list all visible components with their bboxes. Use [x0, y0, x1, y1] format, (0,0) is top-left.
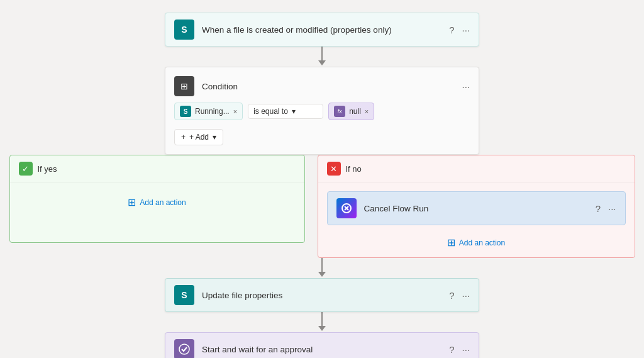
- branch-yes-title: If yes: [38, 164, 57, 174]
- arrow-line-2: [321, 258, 323, 272]
- update-file-more-icon[interactable]: ···: [462, 290, 470, 301]
- trigger-step: S When a file is created or modified (pr…: [165, 13, 479, 47]
- branches-container: ✓ If yes ⊞ Add an action ✕ If no: [0, 155, 644, 258]
- arrow-head-3: [318, 326, 326, 331]
- null-label: null: [349, 107, 361, 116]
- condition-icon: ⊞: [174, 76, 194, 96]
- branch-no-body: Cancel Flow Run ? ··· ⊞ Add an action: [318, 182, 635, 257]
- yes-add-action-link[interactable]: ⊞ Add an action: [128, 196, 186, 208]
- add-button[interactable]: + + Add ▾: [174, 129, 223, 145]
- condition-row: S Running... × is equal to ▾ fx null ×: [174, 103, 374, 120]
- condition-null-pill[interactable]: fx null ×: [328, 103, 374, 120]
- arrow-1: [318, 47, 326, 67]
- branch-yes-badge: ✓: [19, 162, 33, 176]
- approval-help-icon[interactable]: ?: [449, 344, 454, 355]
- arrow-2: [318, 258, 326, 278]
- trigger-actions: ? ···: [449, 25, 470, 35]
- cancel-flow-run-block[interactable]: Cancel Flow Run ? ···: [327, 191, 626, 225]
- arrow-line-1: [321, 47, 323, 60]
- branch-yes-header: ✓ If yes: [10, 155, 304, 182]
- branch-no-badge: ✕: [327, 162, 341, 176]
- pill-sharepoint-icon: S: [180, 106, 191, 117]
- branch-yes-body: ⊞ Add an action: [10, 182, 304, 217]
- sharepoint-icon: S: [174, 20, 194, 40]
- pill-label: Running...: [195, 107, 230, 116]
- approval-step: Start and wait for an approval ? ···: [165, 332, 479, 358]
- arrow-head-1: [318, 60, 326, 65]
- plus-icon: +: [181, 133, 186, 142]
- approval-more-icon[interactable]: ···: [462, 344, 470, 355]
- approval-icon: [174, 339, 194, 358]
- update-file-label: Update file properties: [202, 291, 449, 300]
- approval-actions: ? ···: [449, 344, 470, 355]
- condition-step: ⊞ Condition ··· S Running... × is equal …: [165, 67, 479, 155]
- fx-icon: fx: [334, 106, 345, 117]
- cancel-flow-label: Cancel Flow Run: [364, 204, 596, 213]
- branch-no-header: ✕ If no: [318, 155, 635, 182]
- condition-actions: ···: [462, 81, 470, 92]
- condition-header: ⊞ Condition ···: [174, 76, 470, 96]
- svg-point-5: [179, 344, 189, 354]
- approval-label: Start and wait for an approval: [202, 345, 449, 354]
- condition-more-icon[interactable]: ···: [462, 81, 470, 92]
- chevron-down-icon: ▾: [292, 107, 296, 116]
- cancel-flow-actions: ? ···: [596, 203, 616, 214]
- cancel-flow-icon: [336, 198, 357, 218]
- pill-close-icon[interactable]: ×: [233, 108, 237, 115]
- add-chevron-icon: ▾: [213, 133, 216, 142]
- trigger-label: When a file is created or modified (prop…: [202, 25, 449, 35]
- condition-pill-running[interactable]: S Running... ×: [174, 103, 243, 120]
- branch-yes: ✓ If yes ⊞ Add an action: [9, 155, 305, 243]
- condition-operator-select[interactable]: is equal to ▾: [248, 104, 323, 119]
- yes-add-action-icon: ⊞: [128, 196, 136, 208]
- no-add-action-icon: ⊞: [447, 237, 455, 249]
- yes-add-action-label: Add an action: [140, 198, 186, 207]
- arrow-head-2: [318, 272, 326, 277]
- branch-no-title: If no: [346, 164, 362, 174]
- update-file-actions: ? ···: [449, 290, 470, 301]
- trigger-more-icon[interactable]: ···: [462, 25, 470, 35]
- no-add-action-label: Add an action: [459, 238, 505, 247]
- update-file-step: S Update file properties ? ···: [165, 278, 479, 312]
- update-file-help-icon[interactable]: ?: [449, 290, 454, 301]
- branch-no: ✕ If no Cancel Flow Run: [318, 155, 635, 258]
- null-close-icon[interactable]: ×: [365, 108, 369, 115]
- cancel-flow-more-icon[interactable]: ···: [608, 203, 616, 214]
- trigger-help-icon[interactable]: ?: [449, 25, 454, 35]
- update-file-icon: S: [174, 285, 194, 305]
- operator-label: is equal to: [253, 107, 288, 116]
- svg-rect-4: [178, 343, 191, 355]
- condition-label: Condition: [202, 82, 462, 91]
- arrow-3: [318, 312, 326, 332]
- cancel-flow-help-icon[interactable]: ?: [596, 203, 601, 214]
- arrow-line-3: [321, 312, 323, 326]
- no-add-action-link[interactable]: ⊞ Add an action: [447, 237, 505, 249]
- add-label: + Add: [189, 133, 209, 142]
